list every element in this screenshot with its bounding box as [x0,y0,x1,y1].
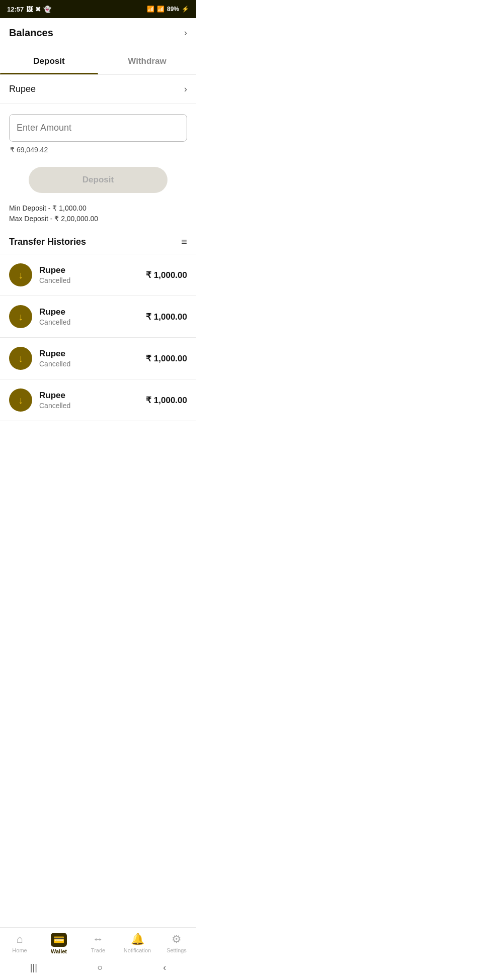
history-list: ↓ Rupee Cancelled ₹ 1,000.00 ↓ Rupee Can… [0,254,196,421]
history-status-2: Cancelled [39,360,139,368]
history-status-3: Cancelled [39,402,139,410]
history-status-0: Cancelled [39,276,139,284]
status-time: 12:57 [7,6,24,13]
balances-chevron-icon: › [184,28,187,38]
currency-chevron-icon: › [184,84,187,94]
amount-section: ₹ 69,049.42 [0,104,196,159]
currency-label: Rupee [9,84,36,94]
tabs-container: Deposit Withdraw [0,48,196,75]
history-currency-1: Rupee [39,307,139,317]
filter-icon[interactable]: ≡ [181,236,187,248]
currency-row[interactable]: Rupee › [0,75,196,104]
wifi-icon: 📶 [147,6,154,13]
status-bar: 12:57 🖼 ✖ 👻 📶 📶 89% ⚡ [0,0,196,18]
history-icon-0: ↓ [9,263,32,286]
history-icon-1: ↓ [9,305,32,328]
balances-row[interactable]: Balances › [0,18,196,48]
history-item-3[interactable]: ↓ Rupee Cancelled ₹ 1,000.00 [0,379,196,421]
history-currency-0: Rupee [39,265,139,275]
history-item-0[interactable]: ↓ Rupee Cancelled ₹ 1,000.00 [0,254,196,296]
battery-icon: ⚡ [182,6,189,13]
close-icon: ✖ [35,6,41,13]
deposit-btn-wrap: Deposit [0,159,196,198]
tab-deposit[interactable]: Deposit [0,48,98,74]
history-currency-2: Rupee [39,349,139,359]
history-item-2[interactable]: ↓ Rupee Cancelled ₹ 1,000.00 [0,338,196,379]
status-right: 📶 📶 89% ⚡ [147,6,189,13]
max-deposit-label: Max Deposit - ₹ 2,00,000.00 [9,215,187,223]
ghost-icon: 👻 [43,6,51,13]
tab-withdraw[interactable]: Withdraw [98,48,196,74]
signal-icon: 📶 [157,6,164,13]
transfer-histories-title: Transfer Histories [9,237,86,247]
notification-icon: 🖼 [26,6,33,13]
history-currency-3: Rupee [39,390,139,401]
amount-input[interactable] [9,114,187,142]
history-amount-1: ₹ 1,000.00 [146,312,187,322]
battery-level: 89% [167,6,179,13]
transfer-header: Transfer Histories ≡ [0,228,196,254]
balances-label: Balances [9,27,53,39]
history-item-1[interactable]: ↓ Rupee Cancelled ₹ 1,000.00 [0,296,196,338]
history-icon-3: ↓ [9,388,32,412]
history-info-3: Rupee Cancelled [39,390,139,410]
history-info-0: Rupee Cancelled [39,265,139,284]
balance-hint: ₹ 69,049.42 [9,146,187,154]
history-icon-2: ↓ [9,347,32,370]
history-info-1: Rupee Cancelled [39,307,139,326]
deposit-button[interactable]: Deposit [29,167,167,193]
history-amount-3: ₹ 1,000.00 [146,395,187,406]
history-status-1: Cancelled [39,318,139,326]
history-amount-0: ₹ 1,000.00 [146,270,187,280]
history-amount-2: ₹ 1,000.00 [146,353,187,364]
history-info-2: Rupee Cancelled [39,349,139,368]
status-left: 12:57 🖼 ✖ 👻 [7,6,51,13]
min-deposit-label: Min Deposit - ₹ 1,000.00 [9,204,187,212]
limits-section: Min Deposit - ₹ 1,000.00 Max Deposit - ₹… [0,198,196,228]
